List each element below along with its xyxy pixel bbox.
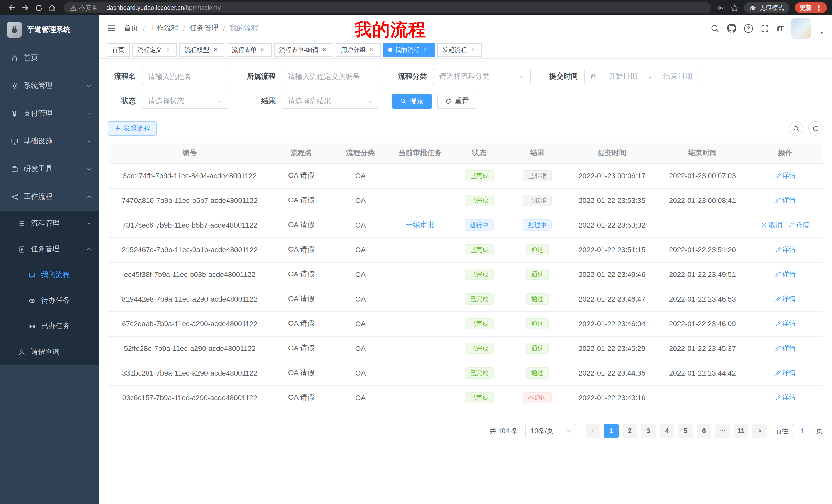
sidebar-item-task-management[interactable]: 任务管理 bbox=[0, 236, 99, 262]
refresh-icon[interactable] bbox=[808, 121, 823, 136]
col-id: 编号 bbox=[108, 143, 271, 163]
sidebar-item-infrastructure[interactable]: 基础设施 bbox=[0, 128, 99, 155]
table-row: 2152467e-7b9b-11ec-9a1b-acde48001122OA 请… bbox=[108, 237, 823, 262]
result-badge: 通过 bbox=[526, 293, 549, 305]
date-range-picker[interactable]: 开始日期 - 结束日期 bbox=[584, 69, 698, 84]
category-select[interactable]: 请选择流程分类 bbox=[433, 69, 531, 84]
create-process-button[interactable]: 发起流程 bbox=[108, 121, 157, 136]
key-icon[interactable] bbox=[717, 4, 725, 11]
sidebar-item-payment[interactable]: ¥ 支付管理 bbox=[0, 100, 99, 128]
user-avatar[interactable] bbox=[791, 18, 811, 38]
tab-process-model[interactable]: 流程模型× bbox=[179, 43, 224, 57]
tab-process-definition[interactable]: 流程定义× bbox=[132, 43, 177, 57]
github-icon[interactable] bbox=[727, 24, 736, 33]
page-button-11[interactable]: 11 bbox=[734, 424, 748, 438]
chevron-down-icon bbox=[86, 221, 92, 226]
next-page-button[interactable] bbox=[752, 424, 767, 438]
sidebar-item-process-management[interactable]: 流程管理 bbox=[0, 211, 99, 236]
close-tab-icon[interactable]: × bbox=[469, 46, 477, 53]
chevron-down-icon bbox=[86, 111, 92, 116]
detail-link[interactable]: 详情 bbox=[788, 220, 809, 230]
goto-suffix: 页 bbox=[816, 426, 823, 436]
detail-link[interactable]: 详情 bbox=[775, 319, 796, 328]
prev-page-button[interactable] bbox=[586, 424, 600, 438]
tab-start-process[interactable]: 发起流程× bbox=[437, 43, 482, 57]
detail-link[interactable]: 详情 bbox=[775, 344, 796, 353]
status-badge: 已完成 bbox=[465, 343, 494, 354]
breadcrumb-home[interactable]: 首页 bbox=[124, 24, 138, 33]
filter-label: 提交时间 bbox=[543, 72, 584, 81]
forward-icon[interactable] bbox=[19, 1, 32, 15]
reload-icon[interactable] bbox=[32, 1, 45, 15]
detail-link[interactable]: 详情 bbox=[775, 295, 796, 304]
page-content: 流程名 所属流程 流程分类 请选择流程分类 提交时间 bbox=[99, 59, 832, 504]
status-select[interactable]: 请选择状态 bbox=[142, 93, 228, 109]
chrome-menu-icon[interactable]: ⋮ bbox=[815, 4, 822, 11]
tab-process-form-edit[interactable]: 流程表单-编辑× bbox=[274, 43, 333, 57]
fullscreen-icon[interactable] bbox=[760, 24, 769, 33]
close-tab-icon[interactable]: × bbox=[321, 46, 328, 53]
close-tab-icon[interactable]: × bbox=[164, 46, 172, 53]
sidebar-item-system[interactable]: 系统管理 bbox=[0, 72, 99, 100]
total-count: 共 104 条 bbox=[490, 426, 518, 436]
table-row: 7317cec6-7b9b-11ec-b5b7-acde48001122OA 请… bbox=[108, 213, 823, 237]
reset-button[interactable]: 重置 bbox=[437, 93, 477, 109]
sidebar-item-devtools[interactable]: 研发工具 bbox=[0, 155, 99, 183]
back-icon[interactable] bbox=[5, 1, 19, 15]
filter-row-1: 流程名 所属流程 流程分类 请选择流程分类 提交时间 bbox=[108, 69, 823, 84]
chrome-actions: 无痕模式 更新 ⋮ bbox=[717, 2, 827, 13]
page-size-select[interactable]: 10条/页 bbox=[525, 424, 576, 438]
sidebar-item-done-tasks[interactable]: 已办任务 bbox=[0, 313, 99, 339]
user-icon bbox=[18, 348, 26, 356]
toggle-search-icon[interactable] bbox=[789, 121, 803, 136]
breadcrumb-task-management[interactable]: 任务管理 bbox=[190, 24, 218, 33]
detail-link[interactable]: 详情 bbox=[775, 245, 796, 254]
page-button-2[interactable]: 2 bbox=[623, 424, 637, 438]
close-tab-icon[interactable]: × bbox=[368, 46, 375, 53]
page-button-5[interactable]: 5 bbox=[678, 424, 693, 438]
sidebar-item-my-process[interactable]: 我的流程 bbox=[0, 262, 99, 288]
close-tab-icon[interactable]: × bbox=[422, 46, 430, 53]
app-logo[interactable]: 芋道管理系统 bbox=[0, 16, 99, 44]
bookmark-star-icon[interactable] bbox=[731, 4, 738, 11]
search-button[interactable]: 搜索 bbox=[392, 93, 432, 109]
process-definition-input[interactable] bbox=[288, 73, 373, 81]
page-button-4[interactable]: 4 bbox=[660, 424, 674, 438]
update-button[interactable]: 更新 ⋮ bbox=[795, 2, 827, 13]
close-tab-icon[interactable]: × bbox=[259, 46, 266, 53]
detail-link[interactable]: 详情 bbox=[775, 393, 796, 402]
detail-link[interactable]: 详情 bbox=[775, 368, 796, 377]
search-icon[interactable] bbox=[711, 24, 719, 33]
chevron-down-icon bbox=[519, 74, 524, 79]
sidebar-item-workflow[interactable]: 工作流程 bbox=[0, 183, 99, 211]
sidebar-item-todo-tasks[interactable]: 待办任务 bbox=[0, 288, 99, 313]
sidebar-item-home[interactable]: 首页 bbox=[0, 44, 99, 72]
font-size-icon[interactable]: tT bbox=[777, 24, 783, 33]
filter-row-2: 状态 请选择状态 结果 请选择流结果 搜索 bbox=[108, 93, 823, 109]
address-bar[interactable]: 不安全 dashboard.yudao.iocoder.cn/bpm/task/… bbox=[64, 2, 711, 13]
table-row: ec45f38f-7b9a-11ec-b03b-acde48001122OA 请… bbox=[108, 262, 823, 287]
close-tab-icon[interactable]: × bbox=[212, 46, 219, 53]
process-name-input[interactable] bbox=[148, 73, 222, 81]
current-task-link[interactable]: 一级审批 bbox=[406, 220, 435, 229]
detail-link[interactable]: 详情 bbox=[775, 270, 796, 279]
detail-link[interactable]: 详情 bbox=[775, 171, 796, 180]
breadcrumb-separator: / bbox=[143, 24, 145, 32]
page-button-3[interactable]: 3 bbox=[641, 424, 656, 438]
detail-link[interactable]: 详情 bbox=[775, 196, 796, 205]
home-icon[interactable] bbox=[45, 1, 59, 15]
cancel-link[interactable]: 取消 bbox=[761, 220, 782, 230]
result-select[interactable]: 请选择流结果 bbox=[282, 93, 380, 109]
hamburger-icon[interactable] bbox=[107, 24, 116, 33]
page-button-6[interactable]: 6 bbox=[697, 424, 711, 438]
sidebar-item-leave-query[interactable]: 请假查询 bbox=[0, 339, 99, 365]
tab-home[interactable]: 首页 bbox=[107, 43, 130, 57]
help-icon[interactable]: ? bbox=[744, 24, 753, 33]
tab-process-form[interactable]: 流程表单× bbox=[227, 43, 271, 57]
more-pages-button[interactable]: ··· bbox=[715, 424, 730, 438]
goto-page-input[interactable] bbox=[792, 424, 812, 438]
tab-user-group[interactable]: 用户分组× bbox=[336, 43, 381, 57]
tab-my-process-active[interactable]: 我的流程× bbox=[383, 43, 435, 57]
page-button-1[interactable]: 1 bbox=[604, 424, 619, 438]
breadcrumb-workflow[interactable]: 工作流程 bbox=[150, 24, 178, 33]
